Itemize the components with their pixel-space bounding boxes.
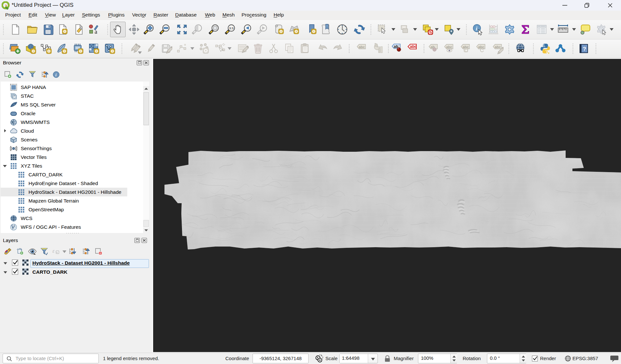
svg-text:i: i	[476, 26, 478, 32]
svg-text:i: i	[55, 72, 57, 77]
svg-text:abc: abc	[410, 44, 417, 49]
svg-text:1:1: 1:1	[229, 26, 234, 30]
svg-text:?: ?	[583, 46, 586, 52]
svg-text:abc: abc	[446, 45, 452, 49]
svg-text:abc: abc	[359, 45, 365, 49]
svg-text:ε: ε	[52, 248, 55, 254]
svg-text:abc: abc	[495, 45, 501, 49]
